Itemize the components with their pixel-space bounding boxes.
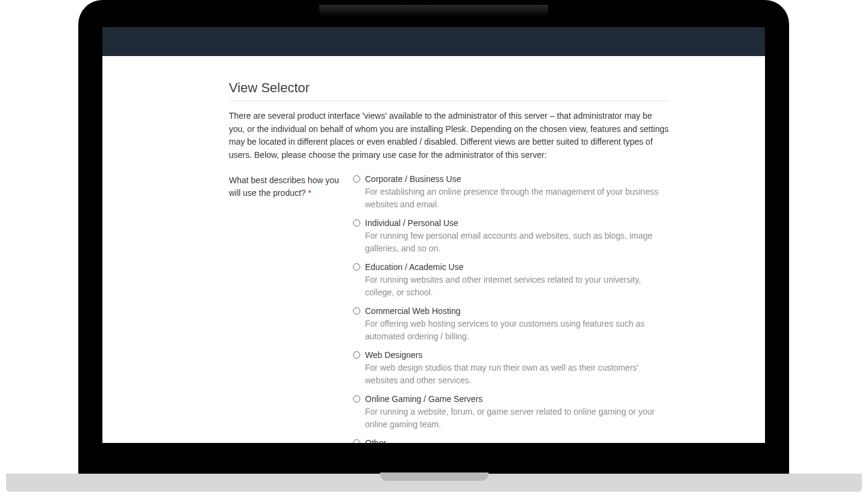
question-label-text: What best describes how you will use the… (229, 175, 339, 198)
laptop-frame: View Selector There are several product … (78, 0, 789, 476)
option-label[interactable]: Individual / Personal Use (365, 218, 458, 228)
option-head: Individual / Personal Use (353, 218, 669, 228)
option-corporate: Corporate / Business Use For establishin… (353, 174, 669, 211)
radio-other[interactable] (353, 439, 360, 443)
option-desc: For running a website, forum, or game se… (365, 406, 669, 431)
radio-online-gaming[interactable] (353, 395, 360, 403)
option-desc: For establishing an online presence thro… (365, 186, 669, 211)
option-head: Web Designers (353, 350, 669, 360)
radio-education[interactable] (353, 263, 360, 271)
option-head: Online Gaming / Game Servers (353, 394, 669, 404)
option-label[interactable]: Corporate / Business Use (365, 174, 461, 184)
required-asterisk: * (308, 188, 311, 198)
option-individual: Individual / Personal Use For running fe… (353, 218, 669, 255)
option-label[interactable]: Other (365, 438, 386, 443)
radio-corporate[interactable] (353, 175, 360, 183)
option-commercial-hosting: Commercial Web Hosting For offering web … (353, 306, 669, 343)
radio-web-designers[interactable] (353, 351, 360, 359)
laptop-camera-bar (319, 5, 548, 17)
option-label[interactable]: Commercial Web Hosting (365, 306, 460, 316)
page-content: View Selector There are several product … (102, 56, 765, 443)
question-label: What best describes how you will use the… (229, 174, 343, 443)
intro-text: There are several product interface 'vie… (229, 110, 669, 162)
option-head: Corporate / Business Use (353, 174, 669, 184)
option-head: Education / Academic Use (353, 262, 669, 272)
option-desc: For running websites and other internet … (365, 274, 669, 299)
option-desc: For web design studios that may run thei… (365, 362, 669, 387)
radio-individual[interactable] (353, 219, 360, 227)
option-label[interactable]: Web Designers (365, 350, 422, 360)
option-other: Other (353, 438, 669, 443)
option-label[interactable]: Online Gaming / Game Servers (365, 394, 482, 404)
option-desc: For running few personal email accounts … (365, 230, 669, 255)
form-row: What best describes how you will use the… (229, 174, 669, 443)
radio-commercial-hosting[interactable] (353, 307, 360, 315)
option-online-gaming: Online Gaming / Game Servers For running… (353, 394, 669, 431)
screen: View Selector There are several product … (102, 27, 765, 443)
option-desc: For offering web hosting services to you… (365, 318, 669, 343)
option-education: Education / Academic Use For running web… (353, 262, 669, 299)
option-label[interactable]: Education / Academic Use (365, 262, 463, 272)
option-head: Other (353, 438, 669, 443)
page-title: View Selector (229, 80, 669, 101)
option-head: Commercial Web Hosting (353, 306, 669, 316)
options-column: Corporate / Business Use For establishin… (353, 174, 669, 443)
app-header-bar (102, 27, 765, 56)
option-web-designers: Web Designers For web design studios tha… (353, 350, 669, 387)
laptop-trackpad-notch (380, 472, 489, 481)
